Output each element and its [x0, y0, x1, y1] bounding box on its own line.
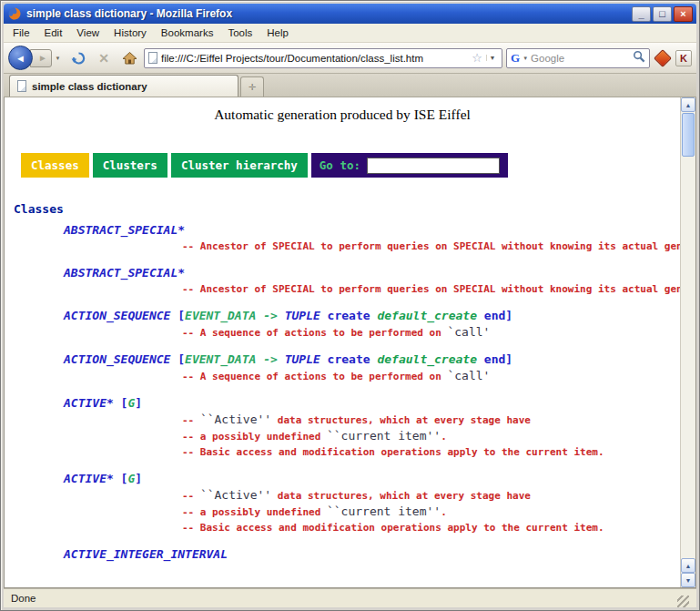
firefox-icon: [7, 6, 22, 21]
doc-nav-row: Classes Clusters Cluster hierarchy Go to…: [21, 153, 680, 178]
code-token: [278, 352, 285, 366]
class-link[interactable]: ABSTRACT_SPECIAL*: [64, 223, 185, 237]
code-token: create: [320, 352, 378, 366]
status-bar: Done: [4, 588, 696, 607]
code-token: ]: [135, 472, 142, 485]
back-button[interactable]: ◄: [8, 46, 33, 70]
classes-button[interactable]: Classes: [21, 153, 89, 178]
scroll-up-button[interactable]: ▲: [681, 97, 695, 112]
clusters-button[interactable]: Clusters: [93, 153, 167, 178]
search-input[interactable]: [531, 53, 630, 64]
stop-button[interactable]: ✕: [93, 47, 115, 69]
menu-view[interactable]: View: [69, 25, 107, 41]
class-entries: ABSTRACT_SPECIAL*-- Ancestor of SPECIAL …: [5, 222, 680, 563]
class-entry: ACTIVE_INTEGER_INTERVAL: [5, 546, 680, 563]
forward-button[interactable]: ►: [30, 49, 52, 67]
code-token: ``Active'': [200, 412, 271, 426]
goto-input[interactable]: [367, 158, 500, 174]
addon-red-icon[interactable]: [654, 49, 672, 67]
browser-window: simple class dictionary - Mozilla Firefo…: [0, 0, 700, 611]
code-token: -- Basic access and modification operati…: [182, 446, 604, 458]
code-token: [: [114, 472, 128, 485]
classes-heading: Classes: [14, 202, 680, 216]
code-token: end: [477, 352, 505, 366]
scroll-down-button[interactable]: ▼: [681, 573, 695, 587]
cluster-hierarchy-button[interactable]: Cluster hierarchy: [171, 153, 308, 178]
scrollbar-track[interactable]: [681, 158, 695, 558]
code-token: EVENT_DATA: [185, 309, 256, 322]
class-comment: -- ``Active'' data structures, which at …: [5, 412, 680, 428]
close-button[interactable]: ×: [674, 6, 693, 22]
class-link[interactable]: ACTIVE_INTEGER_INTERVAL: [64, 547, 228, 561]
search-bar[interactable]: G ▼: [506, 48, 650, 68]
code-token: data structures, which at every stage ha…: [271, 414, 531, 426]
window-title: simple class dictionary - Mozilla Firefo…: [26, 7, 627, 20]
class-link[interactable]: ACTIVE*: [64, 472, 114, 485]
class-link[interactable]: ACTION_SEQUENCE: [64, 352, 170, 366]
class-comment: -- Ancestor of SPECIAL to perform querie…: [5, 281, 680, 297]
address-input[interactable]: [161, 53, 468, 64]
menu-bookmarks[interactable]: Bookmarks: [154, 25, 221, 41]
class-entry: ABSTRACT_SPECIAL*-- Ancestor of SPECIAL …: [5, 222, 680, 254]
address-dropdown[interactable]: ▼: [486, 55, 498, 61]
code-token: -- a possibly undefined: [182, 506, 327, 518]
addon-k-icon[interactable]: K: [675, 50, 692, 66]
class-link[interactable]: TUPLE: [285, 309, 320, 322]
code-token: .: [441, 431, 447, 443]
class-link[interactable]: ACTIVE*: [64, 396, 114, 410]
code-token: create: [320, 309, 378, 322]
search-magnifier-icon[interactable]: [633, 50, 645, 66]
code-token: default_create: [377, 352, 477, 366]
class-signature: ACTIVE_INTEGER_INTERVAL: [5, 546, 680, 563]
class-comment: -- A sequence of actions to be performed…: [5, 324, 680, 341]
code-token: --: [182, 490, 200, 502]
code-token: ->: [263, 309, 278, 322]
class-comment: -- Basic access and modification operati…: [5, 520, 680, 535]
menu-help[interactable]: Help: [259, 25, 296, 41]
search-engine-dropdown[interactable]: ▼: [522, 56, 528, 61]
home-button[interactable]: [118, 47, 140, 69]
tab-simple-class-dictionary[interactable]: simple class dictionary: [9, 75, 238, 97]
titlebar[interactable]: simple class dictionary - Mozilla Firefo…: [4, 4, 696, 24]
scroll-up-button-bottom[interactable]: ▲: [681, 558, 695, 573]
class-entry: ACTIVE* [G]-- ``Active'' data structures…: [5, 395, 680, 460]
code-token: [256, 352, 263, 366]
code-token: `call': [447, 369, 490, 382]
class-comment: -- A sequence of actions to be performed…: [5, 368, 680, 384]
class-signature: ACTION_SEQUENCE [EVENT_DATA -> TUPLE cre…: [5, 351, 680, 368]
code-token: ``current item'': [327, 429, 441, 443]
bookmark-star-icon[interactable]: ☆: [472, 52, 482, 64]
vertical-scrollbar[interactable]: ▲ ▲ ▼: [680, 97, 695, 587]
back-forward-dropdown[interactable]: ▼: [52, 49, 64, 67]
menu-tools[interactable]: Tools: [220, 25, 259, 41]
maximize-button[interactable]: □: [653, 6, 672, 22]
class-signature: ABSTRACT_SPECIAL*: [5, 222, 680, 239]
class-entry: ABSTRACT_SPECIAL*-- Ancestor of SPECIAL …: [5, 265, 680, 297]
menubar: FileEditViewHistoryBookmarksToolsHelp: [4, 24, 696, 43]
new-tab-button[interactable]: ✛: [240, 76, 264, 97]
class-link[interactable]: TUPLE: [285, 352, 320, 366]
minimize-button[interactable]: _: [632, 6, 651, 22]
menu-edit[interactable]: Edit: [37, 25, 70, 41]
class-comment: -- a possibly undefined ``current item''…: [5, 428, 680, 444]
code-token: ]: [135, 396, 142, 410]
refresh-button[interactable]: [67, 47, 89, 69]
tab-bar: simple class dictionary ✛: [4, 74, 696, 97]
goto-box: Go to:: [311, 153, 508, 178]
resize-grip[interactable]: [677, 596, 689, 607]
code-token: default_create: [377, 309, 477, 322]
code-token: -- a possibly undefined: [182, 431, 327, 443]
code-token: EVENT_DATA: [185, 352, 256, 366]
menu-history[interactable]: History: [107, 25, 154, 41]
tab-favicon: [17, 80, 26, 92]
code-token: [: [170, 309, 185, 322]
code-token: end: [477, 309, 505, 322]
menu-file[interactable]: File: [5, 25, 37, 41]
class-comment: -- ``Active'' data structures, which at …: [5, 487, 680, 504]
page-favicon: [148, 52, 157, 64]
code-token: .: [441, 506, 447, 518]
address-bar[interactable]: ☆ ▼: [144, 48, 502, 68]
class-link[interactable]: ABSTRACT_SPECIAL*: [64, 266, 185, 280]
scrollbar-thumb[interactable]: [682, 113, 695, 157]
class-link[interactable]: ACTION_SEQUENCE: [64, 309, 170, 322]
